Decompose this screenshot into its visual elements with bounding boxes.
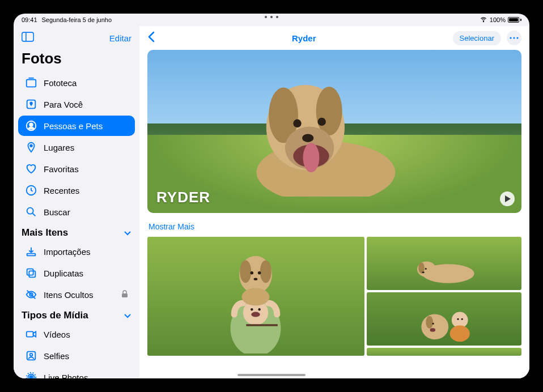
sidebar-item-label: Selfies [44,351,69,361]
places-icon [25,141,37,154]
svg-point-37 [240,260,252,283]
sidebar-item-favorites[interactable]: Favoritas [18,159,135,179]
back-button[interactable] [147,31,155,45]
sidebar-item-people-pets[interactable]: Pessoas e Pets [18,116,135,136]
library-icon [25,76,37,89]
svg-point-39 [251,271,254,275]
sidebar-item-label: Lugares [44,143,74,152]
show-more-link[interactable]: Mostrar Mais [147,219,196,237]
grid-photo-2[interactable] [367,237,521,290]
lock-icon [121,290,128,300]
search-icon [25,206,37,218]
status-time: 09:41 [22,16,37,23]
svg-point-35 [302,134,313,142]
svg-point-44 [252,312,261,317]
hero-photo[interactable]: RYDER [147,50,521,213]
svg-point-58 [450,326,470,342]
svg-point-53 [421,314,448,340]
grid-photo-4[interactable] [367,348,521,356]
chevron-down-icon [124,310,131,321]
sidebar-item-label: Fototeca [44,78,77,88]
svg-point-18 [30,353,33,356]
sidebar-item-label: Favoritas [44,164,79,174]
dog-illustration [215,66,421,197]
svg-point-33 [293,119,301,127]
select-button[interactable]: Selecionar [453,31,501,45]
svg-point-6 [29,123,33,126]
svg-point-47 [242,288,270,305]
screen: 09:41 Segunda-feira 5 de junho 100% [14,14,529,378]
svg-point-34 [317,118,325,126]
photo-grid [147,237,521,356]
sidebar: Editar Fotos Fototeca Para Você Pessoas … [14,26,139,378]
hero-label: RYDER [156,189,210,206]
sidebar-item-places[interactable]: Lugares [18,137,135,157]
sidebar-item-label: Live Photos [44,373,88,379]
video-icon [25,328,37,340]
svg-rect-16 [27,331,33,336]
svg-rect-1 [22,32,33,41]
svg-rect-11 [27,269,33,275]
chevron-down-icon [124,227,131,238]
live-photos-icon [25,371,37,378]
sidebar-item-library[interactable]: Fototeca [18,73,135,93]
svg-rect-15 [122,293,128,297]
sidebar-toggle-icon[interactable] [22,32,34,44]
battery-icon [508,17,521,23]
svg-point-46 [258,308,261,310]
sidebar-section-label: Mais Itens [22,227,68,238]
people-pets-icon [25,120,37,132]
svg-point-55 [432,323,434,325]
sidebar-item-label: Importações [44,247,91,257]
page-title: Ryder [292,33,316,43]
svg-point-25 [516,37,518,39]
sidebar-item-selfies[interactable]: Selfies [18,346,135,366]
sidebar-item-label: Pessoas e Pets [44,121,103,131]
battery-percentage: 100% [490,16,506,23]
sidebar-item-hidden[interactable]: Itens Ocultos [18,284,135,305]
edit-button[interactable]: Editar [109,33,131,43]
svg-rect-12 [29,271,35,277]
sidebar-item-search[interactable]: Buscar [18,202,135,222]
play-button[interactable] [500,191,515,206]
heart-icon [25,163,37,175]
sidebar-item-imports[interactable]: Importações [18,241,135,262]
status-date: Segunda-feira 5 de junho [42,16,112,23]
selfie-icon [25,350,37,362]
svg-point-9 [27,208,33,214]
more-button[interactable] [507,31,521,45]
svg-point-32 [303,143,319,172]
svg-point-60 [461,318,463,320]
ipad-device-frame: 09:41 Segunda-feira 5 de junho 100% [0,0,543,392]
svg-point-19 [29,376,33,378]
duplicates-icon [25,267,37,279]
sidebar-item-recents[interactable]: Recentes [18,180,135,201]
download-icon [25,245,37,258]
sidebar-item-videos[interactable]: Vídeos [18,324,135,344]
svg-rect-10 [27,254,36,256]
clock-icon [25,184,37,197]
svg-point-51 [425,269,427,270]
grid-photo-3[interactable] [367,292,521,346]
svg-point-7 [30,144,32,147]
sidebar-item-label: Recentes [44,186,79,195]
svg-point-45 [251,308,253,310]
home-indicator[interactable] [237,374,306,376]
svg-point-59 [457,318,459,320]
sidebar-item-duplicates[interactable]: Duplicatas [18,263,135,283]
sidebar-item-label: Vídeos [44,330,70,339]
sidebar-section-label: Tipos de Mídia [22,310,88,321]
grid-photo-1[interactable] [147,237,364,356]
svg-point-23 [510,37,511,39]
svg-point-54 [426,316,433,329]
sidebar-section-more[interactable]: Mais Itens [14,223,139,241]
sidebar-item-label: Para Você [44,100,83,109]
sidebar-item-live-photos[interactable]: Live Photos [18,367,135,378]
sidebar-item-for-you[interactable]: Para Você [18,94,135,114]
svg-point-0 [483,22,483,22]
sidebar-item-label: Itens Ocultos [44,290,94,300]
svg-point-38 [260,260,272,283]
sidebar-section-media-types[interactable]: Tipos de Mídia [14,305,139,323]
main-content: Ryder Selecionar [139,26,529,378]
sidebar-item-label: Duplicatas [44,269,83,278]
